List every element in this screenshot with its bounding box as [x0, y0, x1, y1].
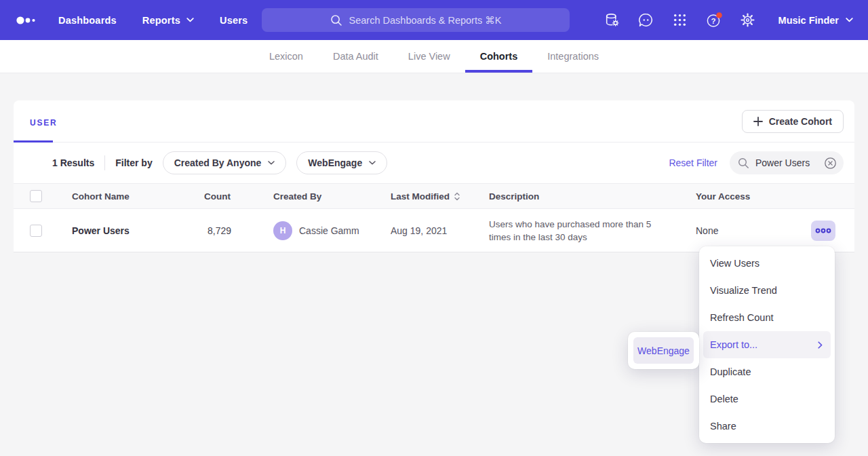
cohort-type-row: USER Create Cohort: [14, 100, 854, 142]
select-all-checkbox[interactable]: [30, 190, 42, 202]
tab-integrations[interactable]: Integrations: [532, 40, 614, 73]
export-submenu: WebEngage: [628, 332, 699, 369]
divider: [104, 155, 105, 170]
create-cohort-button[interactable]: Create Cohort: [742, 110, 844, 133]
table-row[interactable]: Power Users 8,729 H Cassie Gamm Aug 19, …: [14, 209, 854, 252]
row-checkbox[interactable]: [30, 225, 42, 237]
database-gear-icon: [604, 12, 620, 28]
tab-cohorts[interactable]: Cohorts: [465, 40, 533, 73]
tab-live-view[interactable]: Live View: [393, 40, 465, 73]
created-by-name: Cassie Gamm: [299, 225, 359, 236]
menu-item-duplicate[interactable]: Duplicate: [699, 358, 835, 385]
svg-text:?: ?: [711, 16, 715, 24]
header-description: Description: [489, 191, 696, 202]
tab-data-audit[interactable]: Data Audit: [318, 40, 393, 73]
menu-item-export-to[interactable]: Export to...: [703, 331, 831, 358]
notification-dot: [716, 12, 722, 18]
header-your-access: Your Access: [696, 191, 811, 202]
results-count: 1 Results: [52, 157, 94, 168]
header-created-by[interactable]: Created By: [273, 191, 391, 202]
settings-button[interactable]: [739, 12, 757, 29]
global-search-placeholder: Search Dashboards & Reports ⌘K: [349, 15, 502, 26]
menu-item-view-users[interactable]: View Users: [699, 250, 835, 277]
apps-grid-icon: [671, 12, 688, 28]
active-tab-underline: [14, 140, 53, 142]
help-icon: ?: [705, 12, 723, 29]
nav-link-users[interactable]: Users: [220, 15, 248, 26]
cohort-search-value: Power Users: [755, 157, 818, 168]
plus-icon: [753, 117, 763, 126]
logo-dots-icon: [16, 16, 38, 25]
gear-icon: [739, 12, 756, 28]
menu-item-refresh-count[interactable]: Refresh Count: [699, 304, 835, 331]
chevron-down-icon: [186, 18, 194, 22]
last-modified-cell: Aug 19, 2021: [391, 225, 489, 236]
submenu-chevron-icon: [818, 341, 823, 349]
row-actions-menu: View Users Visualize Trend Refresh Count…: [699, 246, 835, 443]
header-cohort-name[interactable]: Cohort Name: [72, 191, 208, 202]
header-last-modified[interactable]: Last Modified: [391, 191, 489, 202]
table-header-row: Cohort Name Count Created By Last Modifi…: [14, 184, 854, 209]
created-by-cell: H Cassie Gamm: [273, 221, 391, 240]
cohort-search-input[interactable]: Power Users: [730, 151, 844, 174]
project-switcher[interactable]: Music Finder: [778, 15, 853, 26]
more-actions-icon: [815, 227, 831, 234]
tab-lexicon[interactable]: Lexicon: [254, 40, 318, 73]
menu-item-delete[interactable]: Delete: [699, 385, 835, 413]
data-management-button[interactable]: [604, 12, 621, 29]
tab-user-cohorts[interactable]: USER: [30, 118, 58, 128]
avatar: H: [273, 221, 292, 240]
subnav-tabbar: Lexicon Data Audit Live View Cohorts Int…: [0, 40, 868, 73]
integration-filter-dropdown[interactable]: WebEngage: [296, 151, 387, 174]
nav-link-reports[interactable]: Reports: [142, 15, 194, 26]
description-cell: Users who have purchased more than 5 tim…: [489, 218, 696, 244]
filter-by-label: Filter by: [115, 157, 152, 168]
row-actions-button[interactable]: [811, 221, 835, 241]
clear-search-icon[interactable]: [824, 157, 837, 170]
chat-bubble-icon: [637, 12, 654, 28]
submenu-item-webengage[interactable]: WebEngage: [633, 337, 694, 364]
top-navbar: Dashboards Reports Users Search Dashboar…: [0, 0, 868, 40]
help-button[interactable]: ?: [705, 12, 723, 29]
created-by-filter-dropdown[interactable]: Created By Anyone: [163, 151, 287, 174]
chevron-down-icon: [846, 18, 853, 22]
header-count[interactable]: Count: [208, 191, 273, 202]
messages-button[interactable]: [637, 12, 655, 29]
chevron-down-icon: [268, 161, 275, 165]
sort-icon: [454, 192, 460, 201]
apps-grid-button[interactable]: [671, 12, 689, 29]
cohorts-card: USER Create Cohort 1 Results Filter by C…: [14, 100, 854, 252]
filter-row: 1 Results Filter by Created By Anyone We…: [14, 142, 854, 184]
search-icon: [738, 157, 749, 169]
chevron-down-icon: [369, 161, 376, 165]
navbar-right-cluster: ? Music Finder: [604, 0, 853, 40]
search-icon: [330, 14, 342, 26]
project-name: Music Finder: [778, 15, 839, 26]
menu-item-visualize-trend[interactable]: Visualize Trend: [699, 277, 835, 304]
cohort-count: 8,729: [208, 225, 273, 236]
menu-item-share[interactable]: Share: [699, 413, 835, 440]
reset-filter-link[interactable]: Reset Filter: [669, 157, 717, 168]
mixpanel-logo[interactable]: [16, 16, 38, 25]
cohort-name-link[interactable]: Power Users: [72, 225, 208, 236]
your-access-cell: None: [696, 225, 811, 236]
nav-link-dashboards[interactable]: Dashboards: [58, 15, 117, 26]
primary-nav: Dashboards Reports Users: [58, 15, 248, 26]
global-search-input[interactable]: Search Dashboards & Reports ⌘K: [262, 8, 570, 32]
